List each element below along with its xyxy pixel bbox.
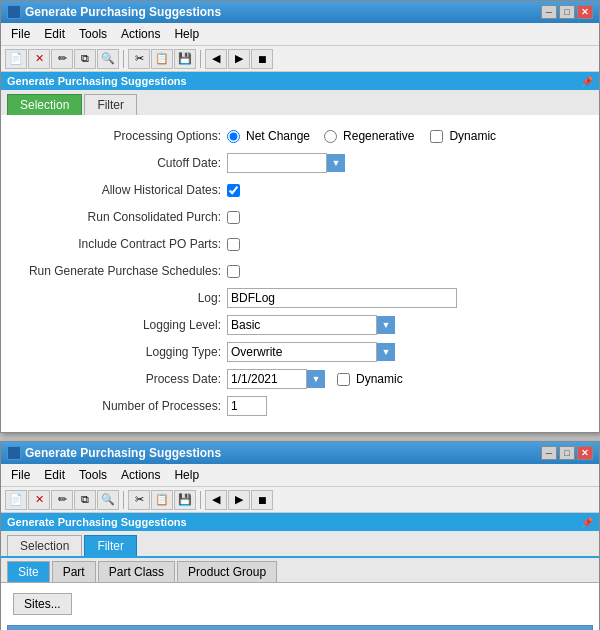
inner-tab-part[interactable]: Part <box>52 561 96 582</box>
inner-tab-product-group[interactable]: Product Group <box>177 561 277 582</box>
cutoff-date-wrapper: ▼ <box>227 153 345 173</box>
delete-button-1[interactable]: ✕ <box>28 49 50 69</box>
sites-button[interactable]: Sites... <box>13 593 72 615</box>
allow-historical-checkbox[interactable] <box>227 184 240 197</box>
stop-button-1[interactable]: ⏹ <box>251 49 273 69</box>
menu-file-2[interactable]: File <box>5 466 36 484</box>
pin-icon-1[interactable]: 📌 <box>581 76 593 87</box>
menu-bar-1: File Edit Tools Actions Help <box>1 23 599 46</box>
copy2-button-1[interactable]: ⧉ <box>74 49 96 69</box>
logging-level-control: ▼ <box>227 315 395 335</box>
include-contract-control <box>227 238 240 251</box>
num-processes-label: Number of Processes: <box>21 399 221 413</box>
maximize-button-1[interactable]: □ <box>559 5 575 19</box>
stop-button-2[interactable]: ⏹ <box>251 490 273 510</box>
search-button-2[interactable]: 🔍 <box>97 490 119 510</box>
net-change-radio[interactable] <box>227 130 240 143</box>
edit-button-1[interactable]: ✏ <box>51 49 73 69</box>
cut-button-2[interactable]: ✂ <box>128 490 150 510</box>
cutoff-date-arrow[interactable]: ▼ <box>327 154 345 172</box>
logging-type-label: Logging Type: <box>21 345 221 359</box>
tab-selection-1[interactable]: Selection <box>7 94 82 115</box>
menu-actions-2[interactable]: Actions <box>115 466 166 484</box>
num-processes-row: Number of Processes: <box>21 395 579 417</box>
menu-edit-2[interactable]: Edit <box>38 466 71 484</box>
run-generate-row: Run Generate Purchase Schedules: <box>21 260 579 282</box>
maximize-button-2[interactable]: □ <box>559 446 575 460</box>
include-contract-checkbox[interactable] <box>227 238 240 251</box>
run-consolidated-label: Run Consolidated Purch: <box>21 210 221 224</box>
menu-actions-1[interactable]: Actions <box>115 25 166 43</box>
menu-tools-2[interactable]: Tools <box>73 466 113 484</box>
dynamic-checkbox-1[interactable] <box>430 130 443 143</box>
site-list-table: Site List Site Name ▶ ✎ Brad' <box>7 625 593 630</box>
toolbar-1: 📄 ✕ ✏ ⧉ 🔍 ✂ 📋 💾 ◀ ▶ ⏹ <box>1 46 599 72</box>
new-button-2[interactable]: 📄 <box>5 490 27 510</box>
form-content-1: Processing Options: Net Change Regenerat… <box>1 115 599 432</box>
process-dynamic-label: Dynamic <box>356 372 403 386</box>
run-consolidated-checkbox[interactable] <box>227 211 240 224</box>
logging-level-label: Logging Level: <box>21 318 221 332</box>
menu-edit-1[interactable]: Edit <box>38 25 71 43</box>
edit-button-2[interactable]: ✏ <box>51 490 73 510</box>
cutoff-date-label: Cutoff Date: <box>21 156 221 170</box>
process-date-control: ▼ Dynamic <box>227 369 403 389</box>
run-generate-checkbox[interactable] <box>227 265 240 278</box>
cut-button-1[interactable]: ✂ <box>128 49 150 69</box>
process-date-row: Process Date: ▼ Dynamic <box>21 368 579 390</box>
table-header-group: Site List <box>8 626 593 631</box>
inner-tab-site[interactable]: Site <box>7 561 50 582</box>
process-date-arrow[interactable]: ▼ <box>307 370 325 388</box>
minimize-button-1[interactable]: ─ <box>541 5 557 19</box>
table-header-sitelist: Site List <box>8 626 593 631</box>
copy2-button-2[interactable]: ⧉ <box>74 490 96 510</box>
window-title-1: Generate Purchasing Suggestions <box>25 5 221 19</box>
logging-type-input[interactable] <box>227 342 377 362</box>
processing-options-label: Processing Options: <box>21 129 221 143</box>
tab-bar-2: Selection Filter <box>1 531 599 558</box>
new-button-1[interactable]: 📄 <box>5 49 27 69</box>
process-dynamic-checkbox[interactable] <box>337 373 350 386</box>
forward-button-2[interactable]: ▶ <box>228 490 250 510</box>
inner-tab-part-class[interactable]: Part Class <box>98 561 175 582</box>
back-button-2[interactable]: ◀ <box>205 490 227 510</box>
pin-icon-2[interactable]: 📌 <box>581 517 593 528</box>
paste-button-1[interactable]: 📋 <box>151 49 173 69</box>
save-button-1[interactable]: 💾 <box>174 49 196 69</box>
window-icon-2 <box>7 446 21 460</box>
sites-btn-container: Sites... <box>1 583 599 625</box>
tab-filter-2[interactable]: Filter <box>84 535 137 556</box>
num-processes-input[interactable] <box>227 396 267 416</box>
logging-type-arrow[interactable]: ▼ <box>377 343 395 361</box>
menu-help-2[interactable]: Help <box>168 466 205 484</box>
search-button-1[interactable]: 🔍 <box>97 49 119 69</box>
menu-help-1[interactable]: Help <box>168 25 205 43</box>
logging-level-input[interactable] <box>227 315 377 335</box>
forward-button-1[interactable]: ▶ <box>228 49 250 69</box>
logging-type-row: Logging Type: ▼ <box>21 341 579 363</box>
paste-button-2[interactable]: 📋 <box>151 490 173 510</box>
processing-options-control: Net Change Regenerative Dynamic <box>227 129 496 143</box>
minimize-button-2[interactable]: ─ <box>541 446 557 460</box>
tab-filter-1[interactable]: Filter <box>84 94 137 115</box>
process-date-input[interactable] <box>227 369 307 389</box>
regenerative-radio[interactable] <box>324 130 337 143</box>
close-button-1[interactable]: ✕ <box>577 5 593 19</box>
log-input[interactable] <box>227 288 457 308</box>
back-button-1[interactable]: ◀ <box>205 49 227 69</box>
cutoff-date-input[interactable] <box>227 153 327 173</box>
process-date-label: Process Date: <box>21 372 221 386</box>
cutoff-date-row: Cutoff Date: ▼ <box>21 152 579 174</box>
close-button-2[interactable]: ✕ <box>577 446 593 460</box>
regenerative-label: Regenerative <box>343 129 414 143</box>
menu-tools-1[interactable]: Tools <box>73 25 113 43</box>
save-button-2[interactable]: 💾 <box>174 490 196 510</box>
run-generate-control <box>227 265 240 278</box>
run-consolidated-row: Run Consolidated Purch: <box>21 206 579 228</box>
log-control <box>227 288 457 308</box>
menu-file-1[interactable]: File <box>5 25 36 43</box>
delete-button-2[interactable]: ✕ <box>28 490 50 510</box>
logging-level-arrow[interactable]: ▼ <box>377 316 395 334</box>
tab-selection-2[interactable]: Selection <box>7 535 82 556</box>
title-bar-2: Generate Purchasing Suggestions ─ □ ✕ <box>1 442 599 464</box>
